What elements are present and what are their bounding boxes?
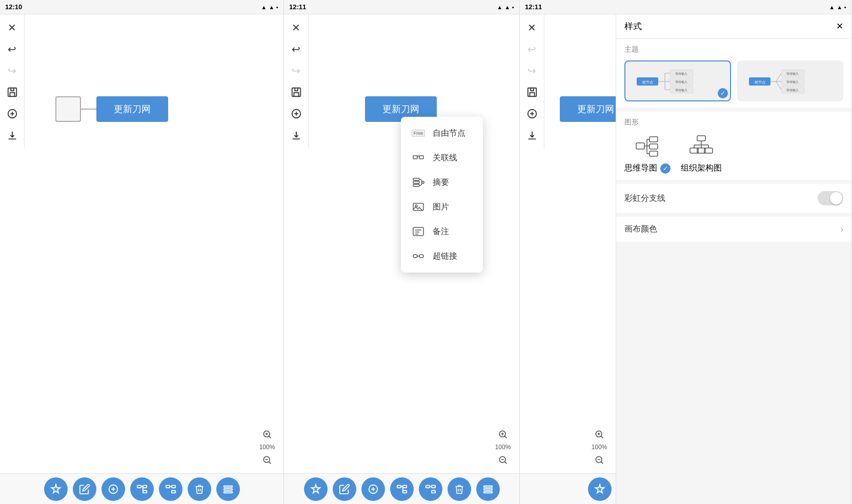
svg-rect-20: [171, 485, 175, 488]
theme-card-1[interactable]: 根节点 等待输入 等待输入: [624, 60, 731, 101]
undo-button[interactable]: ↩: [3, 40, 22, 58]
close-panel-button[interactable]: ✕: [836, 21, 843, 32]
note-label: 备注: [433, 226, 449, 237]
svg-rect-35: [422, 181, 424, 183]
svg-rect-24: [224, 489, 232, 490]
panel-2: 12:11 ▲ ▲ ▪ ✕ ↩ ↪: [284, 0, 520, 504]
menu-item-hyperlink[interactable]: 超链接: [401, 244, 483, 268]
zoom-controls-3: 100%: [591, 426, 607, 468]
svg-rect-65: [483, 489, 492, 490]
popup-menu: Free 自由节点 关联线: [401, 117, 483, 272]
add-button-2[interactable]: [287, 104, 306, 123]
chevron-down-icon: ›: [841, 225, 843, 234]
org-chart-label: 组织架构图: [681, 163, 722, 174]
more-button-2[interactable]: [476, 477, 500, 501]
svg-rect-55: [397, 485, 400, 488]
zoom-in-button-3[interactable]: [591, 426, 607, 443]
svg-rect-23: [224, 486, 232, 487]
main-node-3[interactable]: 更新刀网: [560, 96, 616, 122]
zoom-out-button-3[interactable]: [591, 452, 607, 468]
child-node-button-2[interactable]: [390, 477, 414, 501]
zoom-label-1: 100%: [259, 444, 275, 451]
svg-rect-62: [431, 490, 435, 493]
zoom-controls-1: 100%: [259, 426, 275, 468]
status-bar-3: 12:11 ▲ ▲ ▪: [520, 0, 851, 14]
theme-preview-1: 根节点 等待输入 等待输入: [634, 63, 721, 99]
connect-button-2[interactable]: [361, 477, 385, 501]
delete-button-2[interactable]: [448, 477, 471, 501]
bottom-toolbar-1: [0, 473, 283, 504]
free-node-label: 自由节点: [433, 128, 465, 139]
zoom-out-button-2[interactable]: [495, 452, 511, 468]
redo-button-2[interactable]: ↪: [287, 61, 306, 80]
connect-button[interactable]: [102, 477, 125, 501]
close-button[interactable]: ✕: [3, 18, 22, 37]
save-button[interactable]: [3, 83, 22, 101]
battery-icon-3: ▪: [844, 4, 846, 10]
signal-icon-3: ▲: [829, 4, 835, 10]
time-3: 12:11: [525, 3, 542, 11]
redo-button-3[interactable]: ↪: [523, 61, 541, 80]
menu-item-relation-line[interactable]: 关联线: [401, 145, 483, 170]
canvas-color-row[interactable]: 画布颜色 ›: [616, 217, 851, 242]
org-chart-option[interactable]: 组织架构图: [681, 133, 722, 174]
panel-1: 12:10 ▲ ▲ ▪ ✕ ↩ ↪: [0, 0, 284, 504]
edit-button[interactable]: [73, 477, 96, 501]
close-button-3[interactable]: ✕: [523, 18, 541, 37]
sibling-node-button[interactable]: [159, 477, 182, 501]
relation-line-label: 关联线: [433, 153, 457, 163]
menu-item-free-node[interactable]: Free 自由节点: [401, 121, 483, 145]
svg-line-51: [504, 461, 506, 464]
magic-button-3[interactable]: [588, 477, 612, 501]
panel-3: 12:11 ▲ ▲ ▪ ✕ ↩ ↪: [520, 0, 852, 504]
main-node-1[interactable]: 更新刀网: [96, 96, 168, 122]
rainbow-toggle[interactable]: [818, 191, 843, 205]
bottom-toolbar-2: [284, 473, 519, 504]
summary-label: 摘要: [433, 177, 449, 188]
edit-button-2[interactable]: [333, 477, 356, 501]
svg-rect-112: [697, 136, 705, 141]
more-button[interactable]: [216, 477, 240, 501]
add-button[interactable]: [3, 104, 22, 123]
undo-button-2[interactable]: ↩: [287, 40, 306, 58]
svg-rect-43: [419, 255, 423, 258]
save-button-3[interactable]: [523, 83, 541, 101]
delete-button[interactable]: [188, 477, 211, 501]
menu-item-summary[interactable]: 摘要: [401, 170, 483, 195]
zoom-in-button-2[interactable]: [495, 426, 511, 443]
close-button-2[interactable]: ✕: [287, 18, 306, 37]
svg-text:等待输入: 等待输入: [786, 80, 799, 83]
mind-map-option[interactable]: 思维导图 ✓: [624, 133, 671, 174]
download-button-3[interactable]: [523, 126, 541, 144]
svg-rect-66: [483, 491, 492, 493]
child-node-button[interactable]: [130, 477, 154, 501]
battery-icon-2: ▪: [512, 4, 514, 10]
root-node-gray[interactable]: [55, 96, 81, 122]
svg-text:等待输入: 等待输入: [675, 80, 687, 83]
zoom-in-button[interactable]: [259, 426, 275, 443]
redo-button[interactable]: ↪: [3, 61, 22, 80]
undo-button-3[interactable]: ↩: [523, 40, 541, 58]
download-button[interactable]: [3, 126, 22, 144]
magic-button-2[interactable]: [304, 477, 328, 501]
signal-icon: ▲: [261, 4, 267, 10]
sibling-node-button-2[interactable]: [419, 477, 442, 501]
hyperlink-icon: [411, 249, 425, 263]
save-button-2[interactable]: [287, 83, 306, 101]
mind-map-check: ✓: [660, 163, 671, 174]
theme-cards: 根节点 等待输入 等待输入: [624, 60, 843, 101]
zoom-out-button[interactable]: [259, 452, 275, 468]
rainbow-toggle-row: 彩虹分支线: [616, 184, 851, 213]
download-button-2[interactable]: [287, 126, 306, 144]
magic-button[interactable]: [44, 477, 68, 501]
menu-item-note[interactable]: 备注: [401, 219, 483, 244]
svg-rect-57: [402, 490, 406, 493]
menu-item-image[interactable]: 图片: [401, 195, 483, 219]
svg-line-96: [776, 81, 781, 90]
svg-line-48: [504, 436, 506, 438]
shape-section: 图形: [616, 112, 851, 180]
svg-rect-32: [413, 178, 419, 180]
add-button-3[interactable]: [523, 104, 541, 123]
theme-card-2[interactable]: 根节点 等待输入 等待输入 等待输入: [737, 60, 844, 101]
svg-line-77: [601, 461, 603, 464]
